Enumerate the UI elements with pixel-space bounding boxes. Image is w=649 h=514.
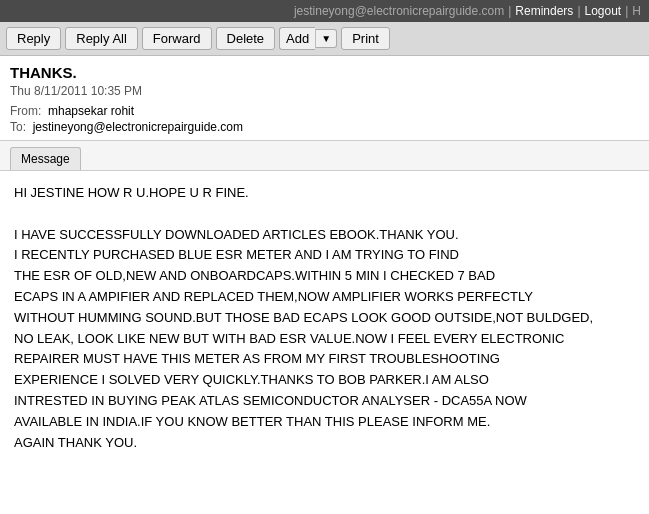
email-date: Thu 8/11/2011 10:35 PM (10, 84, 639, 98)
from-label: From: (10, 104, 41, 118)
message-tab[interactable]: Message (10, 147, 81, 170)
body-line: AVAILABLE IN INDIA.IF YOU KNOW BETTER TH… (14, 412, 635, 433)
reply-button[interactable]: Reply (6, 27, 61, 50)
extra-link: H (632, 4, 641, 18)
email-from: From: mhapsekar rohit (10, 104, 639, 118)
body-line: ECAPS IN A AMPIFIER AND REPLACED THEM,NO… (14, 287, 635, 308)
sep2: | (577, 4, 580, 18)
sep3: | (625, 4, 628, 18)
add-button-label[interactable]: Add (279, 27, 315, 50)
body-line: I RECENTLY PURCHASED BLUE ESR METER AND … (14, 245, 635, 266)
email-subject: THANKS. (10, 64, 639, 81)
body-line: NO LEAK, LOOK LIKE NEW BUT WITH BAD ESR … (14, 329, 635, 350)
body-line: REPAIRER MUST HAVE THIS METER AS FROM MY… (14, 349, 635, 370)
toolbar: Reply Reply All Forward Delete Add ▼ Pri… (0, 22, 649, 56)
reminders-link[interactable]: Reminders (515, 4, 573, 18)
email-to: To: jestineyong@electronicrepairguide.co… (10, 120, 639, 134)
body-line: EXPERIENCE I SOLVED VERY QUICKLY.THANKS … (14, 370, 635, 391)
print-button[interactable]: Print (341, 27, 390, 50)
to-label: To: (10, 120, 26, 134)
user-email: jestineyong@electronicrepairguide.com (294, 4, 504, 18)
from-value: mhapsekar rohit (48, 104, 134, 118)
reply-all-button[interactable]: Reply All (65, 27, 138, 50)
message-tab-bar: Message (0, 141, 649, 171)
body-line: INTRESTED IN BUYING PEAK ATLAS SEMICONDU… (14, 391, 635, 412)
forward-button[interactable]: Forward (142, 27, 212, 50)
body-line: HI JESTINE HOW R U.HOPE U R FINE. (14, 183, 635, 204)
body-line: WITHOUT HUMMING SOUND.BUT THOSE BAD ECAP… (14, 308, 635, 329)
top-bar: jestineyong@electronicrepairguide.com | … (0, 0, 649, 22)
add-dropdown-arrow[interactable]: ▼ (315, 29, 337, 48)
body-line: I HAVE SUCCESSFULLY DOWNLOADED ARTICLES … (14, 225, 635, 246)
body-line: THE ESR OF OLD,NEW AND ONBOARDCAPS.WITHI… (14, 266, 635, 287)
add-dropdown[interactable]: Add ▼ (279, 27, 337, 50)
to-value: jestineyong@electronicrepairguide.com (33, 120, 243, 134)
delete-button[interactable]: Delete (216, 27, 276, 50)
body-line: AGAIN THANK YOU. (14, 433, 635, 454)
sep1: | (508, 4, 511, 18)
email-body: HI JESTINE HOW R U.HOPE U R FINE. I HAVE… (0, 171, 649, 465)
logout-link[interactable]: Logout (585, 4, 622, 18)
email-header: THANKS. Thu 8/11/2011 10:35 PM From: mha… (0, 56, 649, 141)
